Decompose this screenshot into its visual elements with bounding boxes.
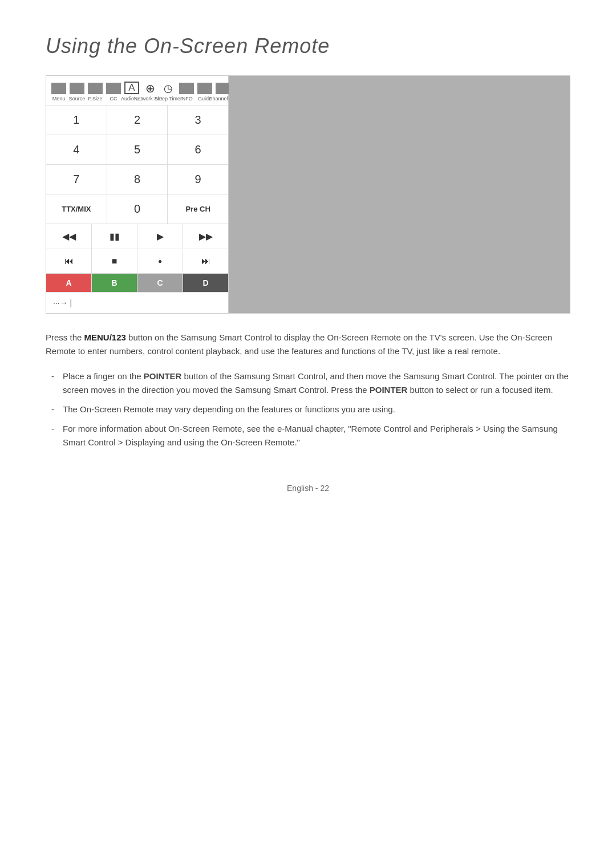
num-2[interactable]: 2 xyxy=(107,106,168,135)
btn-play[interactable]: ▶ xyxy=(137,224,183,249)
num-9[interactable]: 9 xyxy=(168,165,228,194)
btn-color-b[interactable]: B xyxy=(92,274,137,292)
cc-icon xyxy=(106,83,121,94)
arrow-symbol: ···→ | xyxy=(53,298,72,307)
description-main: Press the MENU/123 button on the Samsung… xyxy=(46,331,570,358)
menu-icon xyxy=(51,83,66,94)
page-footer: English - 22 xyxy=(46,484,570,493)
numpad-row-2: 4 5 6 xyxy=(46,135,228,165)
toolbar-label-sleep: Sleep Timer xyxy=(155,96,182,102)
num-8[interactable]: 8 xyxy=(107,165,168,194)
toolbar-item-psize[interactable]: P.Size xyxy=(87,83,103,102)
toolbar-label-source: Source xyxy=(69,96,86,102)
numpad-row-3: 7 8 9 xyxy=(46,165,228,194)
page-title: Using the On-Screen Remote xyxy=(46,34,570,58)
toolbar-label-psize: P.Size xyxy=(88,96,103,102)
btn-color-c[interactable]: C xyxy=(137,274,183,292)
source-icon xyxy=(70,83,84,94)
remote-diagram: Menu Source P.Size CC A Audio L... xyxy=(46,75,570,314)
btn-prev[interactable]: ⏮ xyxy=(46,249,92,273)
pointer-bold-1: POINTER xyxy=(144,371,182,381)
arrow-row: ···→ | xyxy=(46,293,228,313)
info-icon xyxy=(179,83,194,94)
btn-color-a[interactable]: A xyxy=(46,274,92,292)
pointer-bold-2: POINTER xyxy=(370,385,408,395)
num-3[interactable]: 3 xyxy=(168,106,228,135)
remote-right-panel xyxy=(229,76,570,313)
psize-icon xyxy=(88,83,103,94)
audio-icon: A xyxy=(124,82,139,94)
num-6[interactable]: 6 xyxy=(168,135,228,164)
btn-stop[interactable]: ■ xyxy=(92,249,137,273)
bullet-1: Place a finger on the POINTER button of … xyxy=(51,370,570,397)
num-0[interactable]: 0 xyxy=(107,194,168,224)
toolbar-item-sleep[interactable]: ◷ Sleep Timer xyxy=(160,83,176,102)
toolbar-row: Menu Source P.Size CC A Audio L... xyxy=(46,76,228,106)
footer-text: English - 22 xyxy=(287,484,329,493)
toolbar-label-info: INFO xyxy=(180,96,193,102)
btn-rewind[interactable]: ◀◀ xyxy=(46,224,92,249)
toolbar-label-menu: Menu xyxy=(52,96,66,102)
toolbar-item-cc[interactable]: CC xyxy=(106,83,121,102)
toolbar-item-info[interactable]: INFO xyxy=(179,83,194,102)
btn-color-d[interactable]: D xyxy=(183,274,228,292)
guide-icon xyxy=(197,83,212,94)
sleep-icon: ◷ xyxy=(161,83,176,94)
num-prech[interactable]: Pre CH xyxy=(168,194,228,224)
toolbar-label-cc: CC xyxy=(110,96,117,102)
menu123-bold: MENU/123 xyxy=(84,332,126,342)
toolbar-item-menu[interactable]: Menu xyxy=(51,83,67,102)
toolbar-item-source[interactable]: Source xyxy=(69,83,85,102)
bullet-3: For more information about On-Screen Rem… xyxy=(51,422,570,449)
btn-fastforward[interactable]: ▶▶ xyxy=(183,224,228,249)
btn-pause[interactable]: ▮▮ xyxy=(92,224,137,249)
numpad-row-4: TTX/MIX 0 Pre CH xyxy=(46,194,228,224)
num-4[interactable]: 4 xyxy=(46,135,107,164)
num-5[interactable]: 5 xyxy=(107,135,168,164)
control-row-2: ⏮ ■ ● ⏭ xyxy=(46,249,228,274)
numpad-row-1: 1 2 3 xyxy=(46,106,228,135)
num-ttxmix[interactable]: TTX/MIX xyxy=(46,194,107,224)
network-icon: ⊕ xyxy=(143,83,157,94)
btn-record[interactable]: ● xyxy=(137,250,183,272)
num-7[interactable]: 7 xyxy=(46,165,107,194)
bullet-list: Place a finger on the POINTER button of … xyxy=(51,370,570,449)
remote-left-panel: Menu Source P.Size CC A Audio L... xyxy=(46,76,229,313)
color-buttons-row: A B C D xyxy=(46,274,228,293)
num-1[interactable]: 1 xyxy=(46,106,107,135)
control-row-1: ◀◀ ▮▮ ▶ ▶▶ xyxy=(46,224,228,249)
btn-next[interactable]: ⏭ xyxy=(183,249,228,273)
bullet-2: The On-Screen Remote may vary depending … xyxy=(51,403,570,416)
